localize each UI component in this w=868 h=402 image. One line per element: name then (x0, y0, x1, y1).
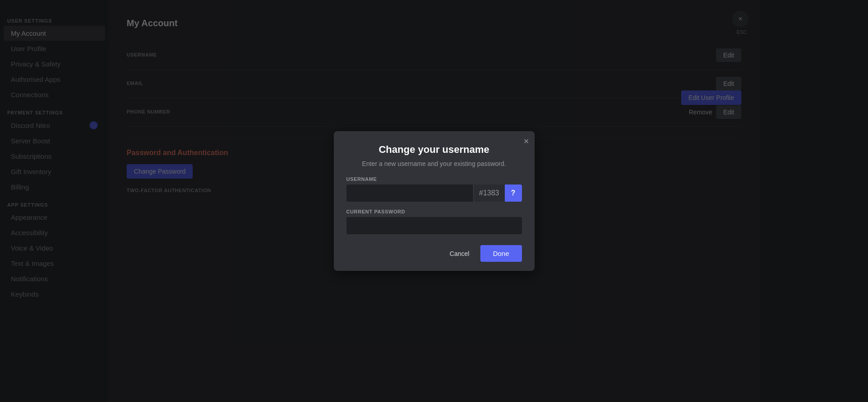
modal-actions: Cancel Done (346, 245, 522, 262)
modal-title: Change your username (346, 144, 522, 156)
username-help-button[interactable]: ? (505, 184, 522, 202)
current-password-input[interactable] (346, 217, 522, 234)
modal-close-button[interactable]: × (524, 137, 529, 146)
modal-subtitle: Enter a new username and your existing p… (346, 160, 522, 167)
change-username-modal: × Change your username Enter a new usern… (334, 131, 535, 271)
username-discriminator: #1383 (473, 184, 505, 202)
password-field-label: CURRENT PASSWORD (346, 209, 522, 214)
username-input-group: #1383 ? (346, 184, 522, 202)
modal-cancel-button[interactable]: Cancel (444, 246, 475, 261)
modal-done-button[interactable]: Done (480, 245, 522, 262)
modal-overlay[interactable]: × Change your username Enter a new usern… (0, 0, 868, 402)
username-field-label: USERNAME (346, 176, 522, 182)
username-input[interactable] (346, 184, 474, 202)
